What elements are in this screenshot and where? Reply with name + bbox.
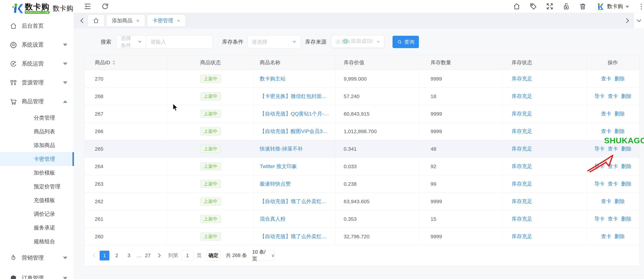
next-page-icon[interactable] [156, 253, 162, 258]
sidebar-item-recharge-template[interactable]: 充值模板 [0, 193, 74, 207]
refresh-icon[interactable] [101, 2, 109, 10]
table-cell: 267 [84, 105, 168, 123]
action-link[interactable]: 删除 [621, 180, 632, 187]
column-header-label: 商品名称 [260, 59, 280, 66]
query-button[interactable]: 查询 [392, 36, 419, 48]
page-button-3[interactable]: 3 [124, 251, 134, 261]
stock-condition-select[interactable]: 请选择 [248, 35, 300, 48]
product-name-link[interactable]: 【自动充值】饿了么外卖红包 10… [260, 198, 329, 205]
product-name-link[interactable]: 【自动充值】饿了么外卖红包 5元 [260, 233, 329, 240]
sidebar-item-marketing-manage[interactable]: 营销管理 [0, 249, 74, 267]
stock-status-link[interactable]: 库存充足 [512, 180, 532, 187]
action-link[interactable]: 删除 [621, 145, 632, 152]
stock-status-link[interactable]: 库存充足 [512, 198, 532, 205]
tabs-scroll-left-icon[interactable] [79, 17, 86, 24]
confirm-button[interactable]: 确定 [206, 250, 220, 261]
product-name-link[interactable]: 极速特快点赞 [260, 180, 291, 187]
close-icon[interactable]: × [177, 18, 180, 23]
sidebar-item-goods-manage[interactable]: 商品管理 [0, 92, 74, 111]
action-link[interactable]: 导卡 [594, 216, 604, 223]
sidebar-item-supply-manage[interactable]: 货源管理 [0, 73, 74, 92]
action-link[interactable]: 删除 [621, 216, 632, 223]
action-link[interactable]: 查卡 [608, 93, 618, 100]
product-name-link[interactable]: 【卡密兑换】微信红包封面『辣舞… [260, 93, 329, 100]
action-link[interactable]: 查卡 [608, 216, 618, 223]
product-name-link[interactable]: 数卡购主站 [260, 75, 286, 82]
sidebar-item-card-secret-manage[interactable]: 卡密管理 [0, 152, 74, 166]
table-cell: 【自动充值】QQ黄钻1个月-拼多… [254, 105, 336, 123]
sidebar-item-service-promise[interactable]: 服务承诺 [0, 221, 74, 235]
goto-page-input[interactable]: 1 [181, 250, 194, 261]
sidebar-item-order-manage[interactable]: 订单管理 [0, 269, 74, 279]
table-cell: 上架中 [168, 193, 254, 210]
action-link[interactable]: 删除 [614, 233, 625, 240]
more-options-icon[interactable]: ⋮ [638, 2, 642, 10]
tab-card-secret[interactable]: 卡密管理× [148, 15, 186, 26]
action-link[interactable]: 查卡 [601, 75, 611, 82]
product-name-link[interactable]: 快速转推-掉落不补 [260, 145, 303, 152]
search-condition-select[interactable]: 选择条件 [116, 35, 146, 48]
action-link[interactable]: 查卡 [601, 198, 611, 205]
tabs-menu-icon[interactable] [634, 13, 644, 28]
stock-status-link[interactable]: 库存充足 [512, 75, 532, 82]
stock-status-link[interactable]: 库存充足 [512, 233, 532, 240]
action-link[interactable]: 删除 [614, 110, 625, 117]
stock-status-link[interactable]: 库存充足 [512, 216, 532, 223]
sidebar-item-system-operation[interactable]: 系统运营 [0, 54, 74, 73]
stock-status-link[interactable]: 库存充足 [512, 93, 532, 100]
action-link[interactable]: 导卡 [594, 93, 604, 100]
product-name-link[interactable]: Twitter 推文印象 [260, 163, 297, 170]
sort-icon[interactable] [112, 60, 116, 65]
tab-add-goods[interactable]: 添加商品× [107, 15, 145, 26]
sidebar-item-system-settings[interactable]: 系统设置 [0, 35, 74, 54]
lock-icon[interactable] [562, 2, 570, 10]
stock-status-link[interactable]: 库存充足 [512, 163, 532, 170]
action-link[interactable]: 删除 [614, 198, 625, 205]
prev-page-icon[interactable] [91, 253, 97, 258]
product-name-link[interactable]: 混合真人粉 [260, 216, 286, 223]
sidebar-item-reserve-price-manage[interactable]: 预定价管理 [0, 180, 74, 193]
action-link[interactable]: 查卡 [608, 145, 618, 152]
action-link[interactable]: 删除 [621, 163, 632, 170]
sidebar-item-price-adjust-log[interactable]: 调价记录 [0, 207, 74, 221]
sidebar-item-spec-combo[interactable]: 规格组合 [0, 235, 74, 249]
tag-icon[interactable] [529, 2, 537, 10]
action-link[interactable]: 导卡 [594, 145, 604, 152]
action-link[interactable]: 删除 [621, 93, 632, 100]
fullscreen-icon[interactable] [546, 2, 554, 10]
sidebar-item-markup-template[interactable]: 加价模板 [0, 166, 74, 180]
product-name-link[interactable]: 【自动充值】QQ黄钻1个月-拼多… [260, 110, 329, 117]
stock-status-link[interactable]: 库存充足 [512, 128, 532, 135]
sidebar-item-goods-list[interactable]: 商品列表 [0, 125, 74, 138]
action-link[interactable]: 查卡 [601, 128, 611, 135]
user-menu[interactable]: 数卡购 [595, 2, 629, 11]
action-link[interactable]: 删除 [614, 75, 625, 82]
page-size-select[interactable]: 10 条/页∨ [252, 250, 275, 261]
table-cell: 上架中 [168, 228, 254, 245]
action-link[interactable]: 查卡 [601, 233, 611, 240]
collapse-sidebar-icon[interactable] [84, 2, 92, 10]
product-name-link[interactable]: 【自动充值】醒图VIP会员3个月 [260, 128, 329, 135]
brand-logo[interactable]: 数卡购 SHUKAGOU.COM 数卡购 [0, 0, 74, 16]
inventory-table: 商品ID商品状态商品名称库存价值库存数量库存状态操作 270上架中数卡购主站9,… [84, 55, 640, 266]
tab-home[interactable] [88, 15, 104, 26]
stock-status-link[interactable]: 库存充足 [512, 110, 532, 117]
sidebar-item-home[interactable]: 后台首页 [0, 16, 74, 35]
table-cell: Twitter 推文印象 [254, 158, 336, 175]
stock-status-link[interactable]: 库存充足 [512, 145, 532, 152]
close-icon[interactable]: × [136, 18, 140, 23]
home-icon[interactable] [513, 2, 521, 10]
action-link[interactable]: 查卡 [601, 110, 611, 117]
sidebar-item-category-manage[interactable]: 分类管理 [0, 111, 74, 125]
page-button-1[interactable]: 1 [100, 251, 110, 261]
action-link[interactable]: 导卡 [594, 180, 604, 187]
page-button-2[interactable]: 2 [112, 251, 122, 261]
search-input[interactable]: 请输入 [146, 35, 212, 48]
trash-icon[interactable] [579, 2, 587, 10]
action-link[interactable]: 查卡 [608, 180, 618, 187]
action-link[interactable]: 删除 [614, 128, 625, 135]
tabs-scroll-right-icon[interactable] [624, 17, 630, 24]
page-button-27[interactable]: 27 [143, 251, 153, 261]
product-id: 266 [95, 128, 104, 134]
sidebar-item-add-goods[interactable]: 添加商品 [0, 138, 74, 152]
